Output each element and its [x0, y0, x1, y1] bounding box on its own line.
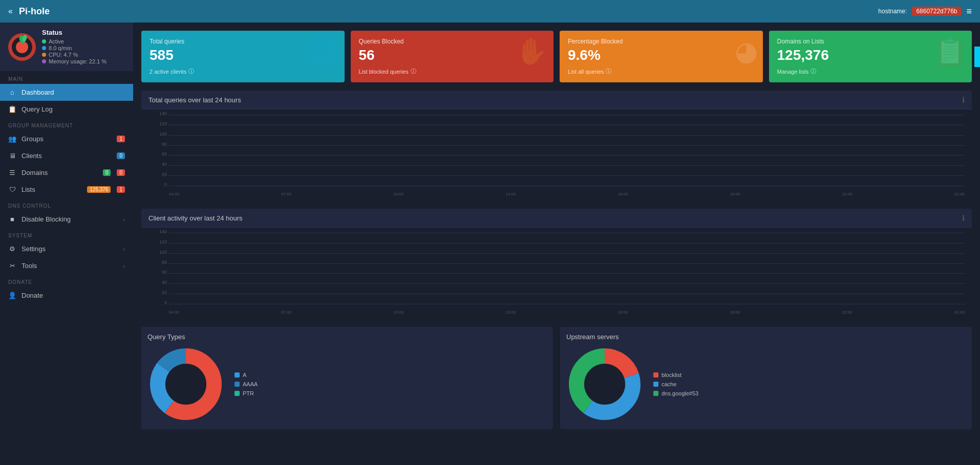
- sidebar-item-disable-blocking[interactable]: ■ Disable Blocking ‹: [0, 211, 133, 228]
- stat-card-queries-blocked: Queries Blocked 56 ✋ List blocked querie…: [351, 31, 554, 82]
- sidebar-item-lists[interactable]: 🛡 Lists 125,376 1: [0, 181, 133, 198]
- chart1-info-icon[interactable]: ℹ: [962, 96, 965, 104]
- status-memory: Memory usage: 22.1 %: [49, 58, 106, 64]
- hostname-label: hostname:: [878, 8, 907, 15]
- chart-total-queries-title: Total queries over last 24 hours: [148, 96, 241, 104]
- query-types-content: A AAAA PTR: [147, 346, 547, 423]
- groups-icon: 👥: [8, 135, 16, 143]
- sidebar-item-label-disable-blocking: Disable Blocking: [22, 215, 118, 223]
- c2-x-label-6: 10:00: [393, 310, 403, 315]
- legend-dot-aaaa: [235, 382, 240, 387]
- clients-icon: 🖥: [8, 152, 16, 160]
- sidebar-item-donate[interactable]: 👤 Donate: [0, 287, 133, 304]
- upstream-title: Upstream servers: [566, 333, 966, 341]
- nav-section-dns: DNS CONTROL: [0, 198, 133, 211]
- stat-link-all-queries[interactable]: List all queries ⓘ: [568, 68, 755, 75]
- legend-label-cache: cache: [662, 381, 676, 387]
- stat-link-active-clients[interactable]: 2 active clients ⓘ: [150, 68, 336, 75]
- c2-x-label-18: 22:00: [842, 310, 853, 315]
- sidebar-item-label-groups: Groups: [22, 135, 111, 143]
- sidebar-item-groups[interactable]: 👥 Groups 1: [0, 130, 133, 147]
- chart2-x-labels: 04:0007:0010:0013:0016:0019:0022:0001:00: [169, 310, 965, 315]
- top-header: « Pi-hole hostname: 6860722d776b ≡: [0, 0, 980, 23]
- upstream-donut-svg: [566, 346, 643, 423]
- clients-badge: 0: [117, 152, 125, 159]
- legend-item-ptr: PTR: [235, 390, 258, 396]
- c2-x-label-12: 16:00: [618, 310, 628, 315]
- active-dot: [42, 39, 46, 43]
- dashboard-icon: ⌂: [8, 88, 16, 96]
- sidebar-item-query-log[interactable]: 📋 Query Log: [0, 101, 133, 118]
- domains-badge2: 0: [117, 169, 125, 176]
- settings-chevron: ‹: [123, 246, 125, 252]
- donate-icon: 👤: [8, 292, 16, 299]
- chart-upstream-servers: Upstream servers blocklis: [560, 327, 972, 429]
- disable-blocking-chevron: ‹: [123, 216, 125, 223]
- sidebar-item-tools[interactable]: ✂ Tools ‹: [0, 257, 133, 274]
- x-label-3: 07:00: [281, 192, 291, 196]
- stat-card-percentage: Percentage Blocked 9.6% ◕ List all queri…: [560, 31, 763, 82]
- legend-label-aaaa: AAAA: [243, 381, 258, 387]
- svg-point-9: [165, 364, 206, 405]
- stat-card-total-queries: Total queries 585 🌐 2 active clients ⓘ: [141, 31, 345, 82]
- chart2-info-icon[interactable]: ℹ: [962, 214, 965, 222]
- lists-icon: 🛡: [8, 186, 16, 193]
- legend-item-a: A: [235, 372, 258, 378]
- sidebar-item-label-query-log: Query Log: [22, 105, 125, 113]
- nav-section-system: SYSTEM: [0, 228, 133, 240]
- nav-section-donate: DONATE: [0, 274, 133, 287]
- nav-section-main: MAIN: [0, 71, 133, 84]
- legend-label-a: A: [243, 372, 246, 378]
- status-info: Status Active 8.0 q/min CPU: 4.7 % Memor…: [42, 29, 125, 65]
- stat-bg-pie-icon: ◕: [735, 36, 758, 67]
- c2-x-label-21: 01:00: [954, 310, 965, 315]
- c2-x-label-15: 19:00: [730, 310, 740, 315]
- x-label-0: 04:00: [169, 192, 179, 196]
- status-cpu: CPU: 4.7 %: [49, 52, 78, 58]
- chart-total-queries-header: Total queries over last 24 hours ℹ: [141, 91, 972, 109]
- sidebar-item-clients[interactable]: 🖥 Clients 0: [0, 147, 133, 164]
- qpm-dot: [42, 46, 46, 50]
- upstream-legend: blocklist cache dns.google#53: [653, 372, 698, 396]
- stat-value-percentage: 9.6%: [568, 47, 755, 63]
- hamburger-icon[interactable]: ≡: [966, 6, 972, 17]
- x-label-9: 13:00: [505, 192, 516, 196]
- sidebar-item-dashboard[interactable]: ⌂ Dashboard: [0, 84, 133, 101]
- sidebar-item-label-settings: Settings: [22, 245, 118, 253]
- status-active-row: Active: [42, 38, 125, 45]
- stat-label-percentage: Percentage Blocked: [568, 38, 755, 45]
- tools-chevron: ‹: [123, 263, 125, 269]
- legend-dot-ptr: [235, 391, 240, 396]
- chart-total-queries: Total queries over last 24 hours ℹ 140 1…: [141, 91, 972, 202]
- sidebar-item-domains[interactable]: ☰ Domains 0 0: [0, 164, 133, 181]
- disable-blocking-icon: ■: [8, 215, 16, 223]
- stat-link-blocked-queries[interactable]: List blocked queries ⓘ: [359, 68, 546, 75]
- chart-client-title: Client activity over last 24 hours: [148, 214, 243, 222]
- domains-badge1: 0: [103, 169, 111, 176]
- lists-badge2: 1: [117, 186, 125, 193]
- cpu-dot: [42, 53, 46, 57]
- tools-icon: ✂: [8, 262, 16, 270]
- c2-x-label-9: 13:00: [505, 310, 516, 315]
- sidebar-item-label-donate: Donate: [22, 292, 125, 299]
- stat-card-domains-lists: Domains on Lists 125,376 📋 Manage lists …: [769, 31, 972, 82]
- status-qpm: 8.0 q/min: [49, 45, 72, 51]
- sidebar-item-settings[interactable]: ⚙ Settings ‹: [0, 240, 133, 257]
- status-qpm-row: 8.0 q/min: [42, 45, 125, 51]
- settings-icon: ⚙: [8, 245, 16, 253]
- upstream-content: blocklist cache dns.google#53: [566, 346, 966, 423]
- chart-client-body: 140 120 100 80 60 40 20 0 04:0007:0010:0…: [141, 228, 972, 320]
- lists-badge: 125,376: [87, 186, 111, 193]
- stat-link-manage-lists[interactable]: Manage lists ⓘ: [777, 68, 964, 75]
- sidebar-item-label-domains: Domains: [22, 169, 97, 176]
- legend-item-blocklist: blocklist: [653, 372, 698, 378]
- collapse-sidebar-button[interactable]: «: [8, 7, 13, 16]
- hostname-value: 6860722d776b: [912, 7, 961, 16]
- stat-bg-list-icon: 📋: [933, 36, 967, 67]
- chart-total-queries-body: 140 120 100 80 60 40 20 0 04:0007:0010:0…: [141, 109, 972, 202]
- domains-icon: ☰: [8, 169, 16, 176]
- stats-row: Total queries 585 🌐 2 active clients ⓘ Q…: [141, 31, 972, 82]
- status-active: Active: [49, 38, 64, 45]
- query-types-title: Query Types: [147, 333, 547, 341]
- x-label-15: 19:00: [730, 192, 740, 196]
